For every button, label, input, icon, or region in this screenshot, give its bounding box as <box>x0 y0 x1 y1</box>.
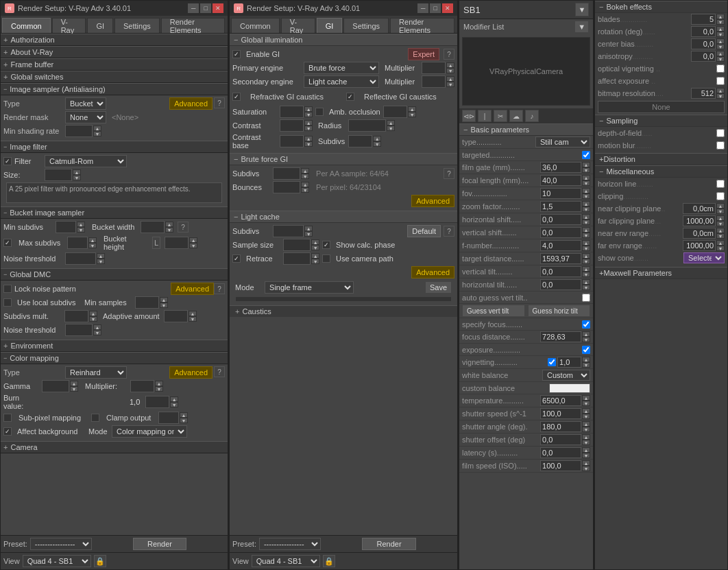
bf-bounces-down[interactable]: ▼ <box>301 187 309 193</box>
gamma-input[interactable]: 2,2 <box>42 380 69 392</box>
bf-advanced-btn[interactable]: Advanced <box>411 195 454 207</box>
left-view-select[interactable]: Quad 4 - SB1 <box>23 555 91 567</box>
guess-horiz-btn[interactable]: Guess horiz tilt <box>528 305 590 317</box>
cm-type-select[interactable]: Reinhard <box>65 366 127 379</box>
horizon-check[interactable] <box>716 180 725 188</box>
contrast-base-input[interactable]: 0,5 <box>280 135 304 147</box>
rotation-input[interactable] <box>691 26 716 37</box>
cam-fnumber-input[interactable] <box>540 240 581 251</box>
light-cache-section[interactable]: − Light cache <box>230 211 457 223</box>
tab-common-left[interactable]: Common <box>2 18 51 33</box>
rotation-up[interactable]: ▲ <box>716 26 725 32</box>
far-env-up[interactable]: ▲ <box>716 240 725 246</box>
near-clip-up[interactable]: ▲ <box>716 203 725 209</box>
lc-default-btn[interactable]: Default <box>407 225 441 237</box>
bucket-width-down[interactable]: ▼ <box>165 227 173 233</box>
min-subdivs-down[interactable]: ▼ <box>77 227 85 233</box>
misc-collapse-icon[interactable]: − <box>599 167 603 176</box>
amb-occ-down[interactable]: ▼ <box>408 112 416 117</box>
shutteroffset-up[interactable]: ▲ <box>582 434 590 440</box>
dof-check[interactable] <box>716 129 725 137</box>
primary-mult-up[interactable]: ▲ <box>446 62 454 68</box>
bp-collapse-icon[interactable]: − <box>463 126 468 134</box>
cam-vshift-input[interactable] <box>540 227 581 238</box>
min-samples-input[interactable]: 64 <box>135 296 159 309</box>
framebuffer-section[interactable]: + Frame buffer <box>1 58 228 71</box>
contrast-base-up[interactable]: ▲ <box>304 136 313 141</box>
amb-occ-input[interactable]: 0,8 <box>383 106 407 118</box>
subdivs-mult-up[interactable]: ▲ <box>89 311 97 316</box>
min-shading-down[interactable]: ▼ <box>93 131 101 136</box>
cam-targeted-check[interactable] <box>582 151 590 159</box>
vtool-3[interactable]: ✂ <box>494 110 507 122</box>
filmgate-up[interactable]: ▲ <box>582 162 590 167</box>
bitmap-res-up[interactable]: ▲ <box>716 88 725 93</box>
sampler-advanced-btn[interactable]: Advanced <box>169 97 213 110</box>
far-clip-down[interactable]: ▼ <box>716 221 725 226</box>
sample-size-up[interactable]: ▲ <box>311 239 319 245</box>
bf-bounces-input[interactable]: 3 <box>273 181 300 193</box>
gi-collapse-icon[interactable]: − <box>234 36 238 44</box>
vtool-4[interactable]: ☁ <box>509 110 523 122</box>
near-env-down[interactable]: ▼ <box>716 233 725 239</box>
primary-mult-down[interactable]: ▼ <box>446 68 454 73</box>
modifier-dropdown[interactable]: ▼ <box>574 21 589 33</box>
filmspeed-down[interactable]: ▼ <box>582 466 590 471</box>
refractive-check[interactable]: ✓ <box>232 93 241 101</box>
focusdist-up[interactable]: ▲ <box>582 331 590 337</box>
clamp-input[interactable]: 1,0 <box>158 412 179 424</box>
about-section[interactable]: + About V-Ray <box>1 46 228 58</box>
sampling-section-header[interactable]: − Sampling <box>595 115 727 127</box>
motionblur-check[interactable] <box>716 141 725 150</box>
max-subdivs-input[interactable]: 19 <box>67 237 88 249</box>
far-env-down[interactable]: ▼ <box>716 246 725 251</box>
dmc-advanced-btn[interactable]: Advanced <box>171 283 214 295</box>
cam-shutter-input[interactable] <box>540 408 581 419</box>
affect-exp-check[interactable] <box>716 77 725 85</box>
image-filter-checkbox[interactable]: ✓ <box>3 157 12 165</box>
gi-subdivs-down[interactable]: ▼ <box>373 141 381 147</box>
min-shading-input[interactable]: 64 <box>65 125 93 137</box>
clipping-check[interactable] <box>716 192 725 200</box>
lc-subdivs-input[interactable]: 3000 <box>273 225 304 237</box>
cam-shutterangle-input[interactable] <box>540 421 581 432</box>
temp-up[interactable]: ▲ <box>582 395 590 401</box>
bucket-height-down[interactable]: ▼ <box>189 243 197 248</box>
cam-autoguess-check[interactable] <box>582 294 590 302</box>
bucket-sampler-section[interactable]: − Bucket image sampler <box>1 206 228 219</box>
targetdist-up[interactable]: ▲ <box>582 253 590 259</box>
show-cone-select[interactable]: Selected <box>683 252 725 263</box>
cam-hshift-input[interactable] <box>540 214 581 225</box>
focal-up[interactable]: ▲ <box>582 175 590 180</box>
blades-input[interactable] <box>691 14 716 25</box>
distortion-section-header[interactable]: + Distortion <box>595 153 727 165</box>
fnumber-down[interactable]: ▼ <box>582 246 590 251</box>
temp-down[interactable]: ▼ <box>582 401 590 406</box>
amb-occ-check[interactable] <box>315 108 324 116</box>
blades-up[interactable]: ▲ <box>716 14 725 19</box>
max-subdivs-up[interactable]: ▲ <box>88 237 97 243</box>
retrace-up[interactable]: ▲ <box>311 253 319 259</box>
type-select[interactable]: Bucket <box>65 97 106 110</box>
multiplier-input[interactable]: 1,0 <box>130 380 154 392</box>
hshift-down[interactable]: ▼ <box>582 219 590 225</box>
gi-subdivs-input[interactable]: 8 <box>348 135 372 147</box>
sb1-icon[interactable]: ▼ <box>575 3 589 16</box>
secondary-mult-down[interactable]: ▼ <box>446 82 454 87</box>
fnumber-up[interactable]: ▲ <box>582 240 590 246</box>
bokeh-collapse-icon[interactable]: − <box>599 3 603 11</box>
mode-select[interactable]: Single frame <box>265 281 354 294</box>
fov-down[interactable]: ▼ <box>582 193 590 199</box>
left-maximize-btn[interactable]: □ <box>200 3 211 13</box>
mid-preset-select[interactable]: ---------------- <box>259 538 321 550</box>
radius-down[interactable]: ▼ <box>387 126 395 131</box>
cam-targetdist-input[interactable] <box>540 253 581 264</box>
vign-down[interactable]: ▼ <box>582 362 590 368</box>
cam-vign-check[interactable] <box>548 358 556 366</box>
bf-subdivs-up[interactable]: ▲ <box>301 168 309 174</box>
min-subdivs-up[interactable]: ▲ <box>77 222 85 227</box>
noise-threshold-up[interactable]: ▲ <box>97 253 105 259</box>
tab-settings-mid[interactable]: Settings <box>343 18 389 33</box>
color-mapping-section[interactable]: − Color mapping <box>1 352 228 364</box>
bucket-width-input[interactable]: 48,0 <box>141 221 165 233</box>
